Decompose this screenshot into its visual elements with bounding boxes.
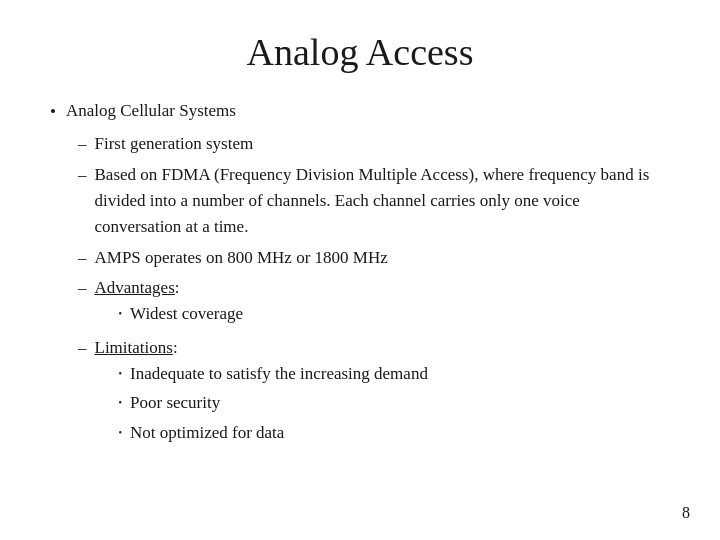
sub-sub-bullet-icon: • — [119, 395, 123, 411]
sub-item-advantages-text: Advantages: • Widest coverage — [95, 275, 671, 331]
limitations-sub-item-2: • Poor security — [119, 390, 671, 416]
main-bullet-symbol: • — [50, 99, 56, 125]
sub-item-limitations: – Limitations: • Inadequate to satisfy t… — [78, 335, 670, 449]
sub-sub-bullet-icon: • — [119, 366, 123, 382]
dash-icon: – — [78, 335, 87, 361]
dash-icon: – — [78, 275, 87, 301]
dash-icon: – — [78, 131, 87, 157]
advantages-label: Advantages — [95, 278, 175, 297]
sub-item-limitations-text: Limitations: • Inadequate to satisfy the… — [95, 335, 671, 449]
limitations-sub-item-3: • Not optimized for data — [119, 420, 671, 446]
sub-item-amps-text: AMPS operates on 800 MHz or 1800 MHz — [95, 245, 671, 271]
advantages-sub-item-1: • Widest coverage — [119, 301, 671, 327]
sub-items-list: – First generation system – Based on FDM… — [78, 131, 670, 449]
main-bullet-text: Analog Cellular Systems — [66, 98, 236, 124]
advantages-colon: : — [175, 278, 180, 297]
slide-title: Analog Access — [50, 30, 670, 74]
advantages-sub-items: • Widest coverage — [119, 301, 671, 327]
sub-sub-bullet-icon: • — [119, 306, 123, 322]
page-number: 8 — [682, 504, 690, 522]
limitations-sub-item-2-text: Poor security — [130, 390, 220, 416]
limitations-sub-items: • Inadequate to satisfy the increasing d… — [119, 361, 671, 446]
main-bullet: • Analog Cellular Systems — [50, 98, 670, 125]
advantages-sub-item-1-text: Widest coverage — [130, 301, 243, 327]
limitations-sub-item-1-text: Inadequate to satisfy the increasing dem… — [130, 361, 428, 387]
sub-item-first-gen-text: First generation system — [95, 131, 671, 157]
limitations-label: Limitations — [95, 338, 173, 357]
limitations-colon: : — [173, 338, 178, 357]
sub-item-first-gen: – First generation system — [78, 131, 670, 157]
sub-item-advantages: – Advantages: • Widest coverage — [78, 275, 670, 331]
dash-icon: – — [78, 245, 87, 271]
slide: Analog Access • Analog Cellular Systems … — [0, 0, 720, 540]
sub-item-amps: – AMPS operates on 800 MHz or 1800 MHz — [78, 245, 670, 271]
limitations-sub-item-1: • Inadequate to satisfy the increasing d… — [119, 361, 671, 387]
sub-item-fdma: – Based on FDMA (Frequency Division Mult… — [78, 162, 670, 241]
dash-icon: – — [78, 162, 87, 188]
sub-item-fdma-text: Based on FDMA (Frequency Division Multip… — [95, 162, 671, 241]
slide-content: • Analog Cellular Systems – First genera… — [50, 98, 670, 449]
limitations-sub-item-3-text: Not optimized for data — [130, 420, 284, 446]
sub-sub-bullet-icon: • — [119, 425, 123, 441]
